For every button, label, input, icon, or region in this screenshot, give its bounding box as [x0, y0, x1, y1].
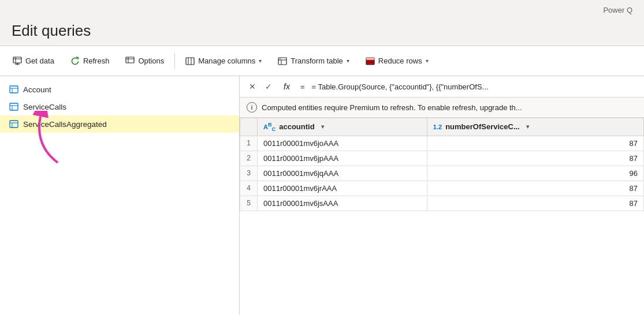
cell-num-service: 87	[427, 181, 643, 196]
col-header-numservice: 1.2 numberOfServiceC... ▾	[427, 118, 643, 136]
refresh-button[interactable]: Refresh	[64, 53, 117, 69]
reduce-rows-caret: ▾	[426, 58, 429, 64]
table-row: 50011r00001mv6jsAAA87	[240, 196, 644, 211]
reduce-rows-button[interactable]: Reduce rows ▾	[359, 53, 435, 69]
svg-rect-21	[10, 86, 18, 93]
svg-rect-19	[366, 58, 374, 60]
cell-num-service: 87	[427, 151, 643, 166]
content-area: ✕ ✓ fx = = Table.Group(Source, {"account…	[240, 76, 644, 315]
row-number: 3	[240, 166, 258, 181]
cell-accountid: 0011r00001mv6jsAAA	[258, 196, 427, 211]
table-row: 10011r00001mv6joAAA87	[240, 136, 644, 151]
col-type-accountid: ABC	[263, 122, 276, 132]
col-type-numservice: 1.2	[433, 123, 442, 130]
info-icon: i	[247, 102, 257, 112]
transform-table-icon	[278, 57, 287, 66]
formula-bar: ✕ ✓ fx = = Table.Group(Source, {"account…	[240, 76, 644, 97]
formula-cancel-button[interactable]: ✕	[245, 80, 259, 93]
options-button[interactable]: Options	[118, 53, 171, 69]
manage-columns-caret: ▾	[259, 58, 262, 64]
toolbar-divider-1	[174, 53, 175, 69]
formula-text: = Table.Group(Source, {"accountid"}, {{"…	[311, 82, 638, 91]
sidebar-item-aggregated[interactable]: ServiceCallsAggregated	[0, 115, 239, 133]
row-number: 5	[240, 196, 258, 211]
reduce-rows-icon	[366, 57, 375, 66]
data-table: ABC accountid ▾ 1.2 numberOfServiceC... …	[240, 118, 644, 211]
table-icon-aggregated	[9, 119, 18, 129]
cell-num-service: 87	[427, 136, 643, 151]
table-row: 40011r00001mv6jrAAA87	[240, 181, 644, 196]
transform-table-caret: ▾	[347, 58, 349, 64]
sort-numservice-button[interactable]: ▾	[523, 122, 533, 132]
transform-table-button[interactable]: Transform table ▾	[271, 53, 356, 69]
sidebar-item-service-calls-label: ServiceCalls	[23, 103, 66, 111]
cell-num-service: 96	[427, 166, 643, 181]
formula-confirm-button[interactable]: ✓	[262, 80, 276, 93]
sidebar-item-account-label: Account	[23, 85, 51, 94]
svg-rect-8	[186, 58, 194, 65]
top-bar: Edit queries Power Q	[0, 0, 644, 46]
col-label-accountid: accountid	[279, 122, 314, 131]
formula-equals: =	[298, 82, 307, 91]
cell-accountid: 0011r00001mv6jqAAA	[258, 166, 427, 181]
row-number: 2	[240, 151, 258, 166]
refresh-icon	[70, 57, 80, 66]
sidebar: Account ServiceCalls ServiceCallsAggrega…	[0, 76, 240, 315]
cell-accountid: 0011r00001mv6jrAAA	[258, 181, 427, 196]
fx-label: fx	[280, 82, 293, 91]
get-data-icon	[13, 57, 22, 66]
cell-accountid: 0011r00001mv6jpAAA	[258, 151, 427, 166]
svg-rect-5	[126, 57, 134, 63]
main-area: Account ServiceCalls ServiceCallsAggrega…	[0, 76, 644, 315]
page-title: Edit queries	[12, 22, 91, 40]
col-label-numservice: numberOfServiceC...	[445, 122, 520, 131]
row-number: 1	[240, 136, 258, 151]
data-table-wrapper: ABC accountid ▾ 1.2 numberOfServiceC... …	[240, 118, 644, 315]
get-data-button[interactable]: Get data	[6, 53, 61, 69]
svg-rect-27	[10, 121, 18, 127]
svg-rect-24	[10, 103, 18, 110]
table-icon-service-calls	[9, 102, 18, 111]
table-icon-account	[9, 85, 18, 94]
app-label: Power Q	[603, 6, 632, 14]
info-bar: i Computed entities require Premium to r…	[240, 97, 644, 118]
manage-columns-icon	[185, 57, 195, 66]
sidebar-item-account[interactable]: Account	[0, 81, 239, 98]
manage-columns-button[interactable]: Manage columns ▾	[178, 53, 269, 69]
cell-accountid: 0011r00001mv6joAAA	[258, 136, 427, 151]
sort-accountid-button[interactable]: ▾	[318, 122, 327, 132]
info-text: Computed entities require Premium to ref…	[262, 103, 522, 112]
table-row: 30011r00001mv6jqAAA96	[240, 166, 644, 181]
cell-num-service: 87	[427, 196, 643, 211]
col-header-rownum	[240, 118, 258, 136]
sidebar-item-service-calls[interactable]: ServiceCalls	[0, 98, 239, 115]
options-icon	[125, 57, 135, 66]
formula-actions: ✕ ✓	[245, 80, 276, 93]
table-row: 20011r00001mv6jpAAA87	[240, 151, 644, 166]
row-number: 4	[240, 181, 258, 196]
toolbar: Get data Refresh Options Manage columns …	[0, 46, 644, 76]
svg-rect-0	[13, 57, 21, 63]
col-header-accountid: ABC accountid ▾	[258, 118, 427, 136]
sidebar-item-aggregated-label: ServiceCallsAggregated	[23, 120, 107, 129]
